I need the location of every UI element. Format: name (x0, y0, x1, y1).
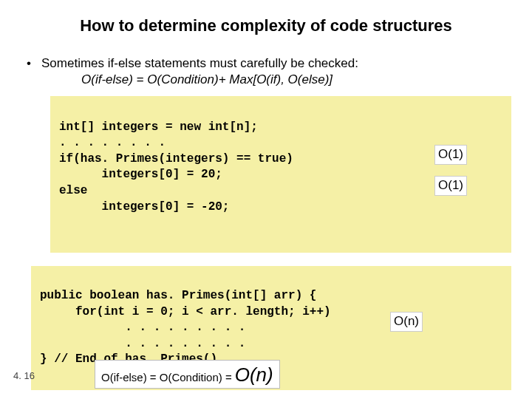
conclusion-text: O(if-else) = O(Condition) = (101, 371, 232, 383)
bullet-dot: • (27, 56, 41, 71)
code-line: else (59, 184, 87, 197)
conclusion-box: O(if-else) = O(Condition) = O(n) (95, 360, 280, 389)
slide-title: How to determine complexity of code stru… (0, 0, 532, 35)
complexity-formula: O(if-else) = O(Condition)+ Max[O(if), O(… (0, 71, 532, 87)
code-line: int[] integers = new int[n]; (59, 120, 258, 134)
code-block-1: int[] integers = new int[n]; . . . . . .… (50, 96, 511, 253)
code-line: integers[0] = 20; (59, 168, 222, 181)
code-line: public boolean has. Primes(int[] arr) { (40, 289, 316, 302)
bullet-text: Sometimes if-else statements must carefu… (41, 56, 358, 71)
annotation-on: O(n) (390, 312, 423, 332)
code-line: . . . . . . . . . (40, 337, 245, 350)
code-line: integers[0] = -20; (59, 200, 229, 214)
annotation-o1-else: O(1) (434, 176, 467, 196)
slide-number: 4. 16 (13, 370, 35, 381)
code-line: . . . . . . . . . (40, 321, 245, 334)
code-line: if(has. Primes(integers) == true) (59, 152, 293, 166)
bullet-row: • Sometimes if-else statements must care… (0, 35, 532, 71)
annotation-o1-if: O(1) (434, 145, 467, 165)
conclusion-result: O(n) (232, 364, 273, 386)
code-line: for(int i = 0; i < arr. length; i++) (40, 305, 331, 318)
code-line: . . . . . . . . (59, 136, 166, 149)
